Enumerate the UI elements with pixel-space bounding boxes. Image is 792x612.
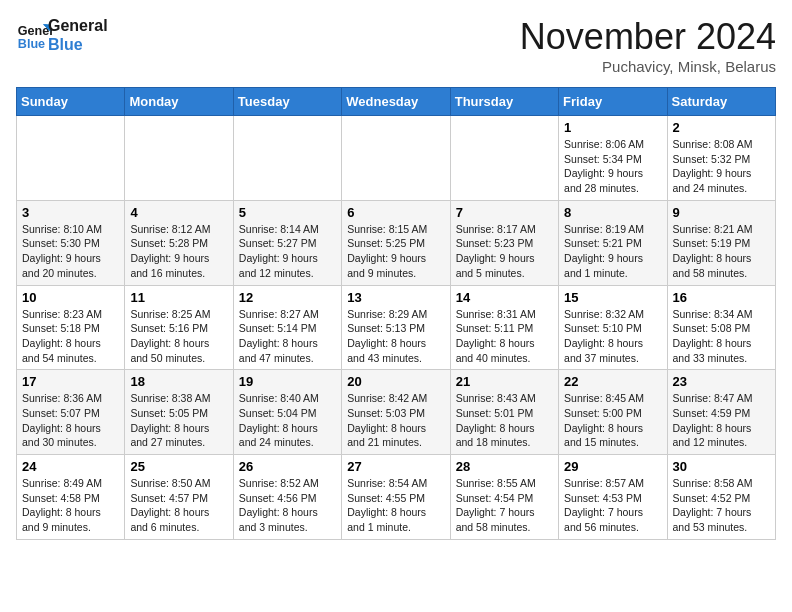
- day-info: Sunrise: 8:29 AM Sunset: 5:13 PM Dayligh…: [347, 307, 444, 366]
- day-number: 21: [456, 374, 553, 389]
- day-number: 29: [564, 459, 661, 474]
- logo: General Blue General Blue: [16, 16, 108, 54]
- day-number: 12: [239, 290, 336, 305]
- day-info: Sunrise: 8:19 AM Sunset: 5:21 PM Dayligh…: [564, 222, 661, 281]
- day-info: Sunrise: 8:55 AM Sunset: 4:54 PM Dayligh…: [456, 476, 553, 535]
- day-cell: [342, 116, 450, 201]
- day-number: 20: [347, 374, 444, 389]
- day-info: Sunrise: 8:14 AM Sunset: 5:27 PM Dayligh…: [239, 222, 336, 281]
- day-number: 13: [347, 290, 444, 305]
- day-info: Sunrise: 8:40 AM Sunset: 5:04 PM Dayligh…: [239, 391, 336, 450]
- weekday-header-monday: Monday: [125, 88, 233, 116]
- day-number: 22: [564, 374, 661, 389]
- day-cell: 26Sunrise: 8:52 AM Sunset: 4:56 PM Dayli…: [233, 455, 341, 540]
- weekday-header-tuesday: Tuesday: [233, 88, 341, 116]
- day-cell: [233, 116, 341, 201]
- day-number: 8: [564, 205, 661, 220]
- week-row-4: 17Sunrise: 8:36 AM Sunset: 5:07 PM Dayli…: [17, 370, 776, 455]
- day-number: 4: [130, 205, 227, 220]
- day-number: 10: [22, 290, 119, 305]
- day-number: 5: [239, 205, 336, 220]
- weekday-header-friday: Friday: [559, 88, 667, 116]
- day-info: Sunrise: 8:06 AM Sunset: 5:34 PM Dayligh…: [564, 137, 661, 196]
- day-number: 11: [130, 290, 227, 305]
- day-info: Sunrise: 8:50 AM Sunset: 4:57 PM Dayligh…: [130, 476, 227, 535]
- day-cell: 11Sunrise: 8:25 AM Sunset: 5:16 PM Dayli…: [125, 285, 233, 370]
- day-cell: 17Sunrise: 8:36 AM Sunset: 5:07 PM Dayli…: [17, 370, 125, 455]
- weekday-header-saturday: Saturday: [667, 88, 775, 116]
- day-cell: 29Sunrise: 8:57 AM Sunset: 4:53 PM Dayli…: [559, 455, 667, 540]
- weekday-header-thursday: Thursday: [450, 88, 558, 116]
- calendar-table: SundayMondayTuesdayWednesdayThursdayFrid…: [16, 87, 776, 540]
- day-number: 15: [564, 290, 661, 305]
- day-info: Sunrise: 8:52 AM Sunset: 4:56 PM Dayligh…: [239, 476, 336, 535]
- day-cell: 28Sunrise: 8:55 AM Sunset: 4:54 PM Dayli…: [450, 455, 558, 540]
- day-cell: 5Sunrise: 8:14 AM Sunset: 5:27 PM Daylig…: [233, 200, 341, 285]
- day-info: Sunrise: 8:12 AM Sunset: 5:28 PM Dayligh…: [130, 222, 227, 281]
- day-info: Sunrise: 8:43 AM Sunset: 5:01 PM Dayligh…: [456, 391, 553, 450]
- day-cell: 25Sunrise: 8:50 AM Sunset: 4:57 PM Dayli…: [125, 455, 233, 540]
- day-cell: 2Sunrise: 8:08 AM Sunset: 5:32 PM Daylig…: [667, 116, 775, 201]
- week-row-2: 3Sunrise: 8:10 AM Sunset: 5:30 PM Daylig…: [17, 200, 776, 285]
- day-cell: 23Sunrise: 8:47 AM Sunset: 4:59 PM Dayli…: [667, 370, 775, 455]
- day-cell: 30Sunrise: 8:58 AM Sunset: 4:52 PM Dayli…: [667, 455, 775, 540]
- weekday-header-row: SundayMondayTuesdayWednesdayThursdayFrid…: [17, 88, 776, 116]
- day-number: 17: [22, 374, 119, 389]
- day-info: Sunrise: 8:36 AM Sunset: 5:07 PM Dayligh…: [22, 391, 119, 450]
- day-number: 30: [673, 459, 770, 474]
- day-info: Sunrise: 8:38 AM Sunset: 5:05 PM Dayligh…: [130, 391, 227, 450]
- day-info: Sunrise: 8:58 AM Sunset: 4:52 PM Dayligh…: [673, 476, 770, 535]
- day-number: 9: [673, 205, 770, 220]
- week-row-5: 24Sunrise: 8:49 AM Sunset: 4:58 PM Dayli…: [17, 455, 776, 540]
- day-number: 26: [239, 459, 336, 474]
- day-info: Sunrise: 8:34 AM Sunset: 5:08 PM Dayligh…: [673, 307, 770, 366]
- day-info: Sunrise: 8:27 AM Sunset: 5:14 PM Dayligh…: [239, 307, 336, 366]
- day-info: Sunrise: 8:47 AM Sunset: 4:59 PM Dayligh…: [673, 391, 770, 450]
- day-cell: 6Sunrise: 8:15 AM Sunset: 5:25 PM Daylig…: [342, 200, 450, 285]
- weekday-header-wednesday: Wednesday: [342, 88, 450, 116]
- day-info: Sunrise: 8:49 AM Sunset: 4:58 PM Dayligh…: [22, 476, 119, 535]
- day-cell: 27Sunrise: 8:54 AM Sunset: 4:55 PM Dayli…: [342, 455, 450, 540]
- day-number: 1: [564, 120, 661, 135]
- week-row-3: 10Sunrise: 8:23 AM Sunset: 5:18 PM Dayli…: [17, 285, 776, 370]
- day-info: Sunrise: 8:25 AM Sunset: 5:16 PM Dayligh…: [130, 307, 227, 366]
- day-number: 19: [239, 374, 336, 389]
- day-info: Sunrise: 8:32 AM Sunset: 5:10 PM Dayligh…: [564, 307, 661, 366]
- day-number: 25: [130, 459, 227, 474]
- day-number: 16: [673, 290, 770, 305]
- logo-icon: General Blue: [16, 17, 52, 53]
- day-cell: 8Sunrise: 8:19 AM Sunset: 5:21 PM Daylig…: [559, 200, 667, 285]
- day-cell: 13Sunrise: 8:29 AM Sunset: 5:13 PM Dayli…: [342, 285, 450, 370]
- day-number: 18: [130, 374, 227, 389]
- day-number: 23: [673, 374, 770, 389]
- day-cell: 20Sunrise: 8:42 AM Sunset: 5:03 PM Dayli…: [342, 370, 450, 455]
- day-cell: [125, 116, 233, 201]
- day-cell: 10Sunrise: 8:23 AM Sunset: 5:18 PM Dayli…: [17, 285, 125, 370]
- day-number: 3: [22, 205, 119, 220]
- day-info: Sunrise: 8:54 AM Sunset: 4:55 PM Dayligh…: [347, 476, 444, 535]
- location: Puchavicy, Minsk, Belarus: [520, 58, 776, 75]
- day-cell: 21Sunrise: 8:43 AM Sunset: 5:01 PM Dayli…: [450, 370, 558, 455]
- week-row-1: 1Sunrise: 8:06 AM Sunset: 5:34 PM Daylig…: [17, 116, 776, 201]
- day-number: 28: [456, 459, 553, 474]
- weekday-header-sunday: Sunday: [17, 88, 125, 116]
- day-cell: 22Sunrise: 8:45 AM Sunset: 5:00 PM Dayli…: [559, 370, 667, 455]
- day-number: 7: [456, 205, 553, 220]
- day-cell: 1Sunrise: 8:06 AM Sunset: 5:34 PM Daylig…: [559, 116, 667, 201]
- day-cell: 12Sunrise: 8:27 AM Sunset: 5:14 PM Dayli…: [233, 285, 341, 370]
- day-cell: 3Sunrise: 8:10 AM Sunset: 5:30 PM Daylig…: [17, 200, 125, 285]
- day-number: 27: [347, 459, 444, 474]
- day-cell: 9Sunrise: 8:21 AM Sunset: 5:19 PM Daylig…: [667, 200, 775, 285]
- day-cell: 24Sunrise: 8:49 AM Sunset: 4:58 PM Dayli…: [17, 455, 125, 540]
- day-info: Sunrise: 8:42 AM Sunset: 5:03 PM Dayligh…: [347, 391, 444, 450]
- month-title: November 2024: [520, 16, 776, 58]
- day-info: Sunrise: 8:17 AM Sunset: 5:23 PM Dayligh…: [456, 222, 553, 281]
- day-info: Sunrise: 8:21 AM Sunset: 5:19 PM Dayligh…: [673, 222, 770, 281]
- day-info: Sunrise: 8:15 AM Sunset: 5:25 PM Dayligh…: [347, 222, 444, 281]
- day-cell: [450, 116, 558, 201]
- header: General Blue General Blue November 2024 …: [16, 16, 776, 75]
- day-number: 14: [456, 290, 553, 305]
- day-info: Sunrise: 8:08 AM Sunset: 5:32 PM Dayligh…: [673, 137, 770, 196]
- day-cell: [17, 116, 125, 201]
- day-cell: 16Sunrise: 8:34 AM Sunset: 5:08 PM Dayli…: [667, 285, 775, 370]
